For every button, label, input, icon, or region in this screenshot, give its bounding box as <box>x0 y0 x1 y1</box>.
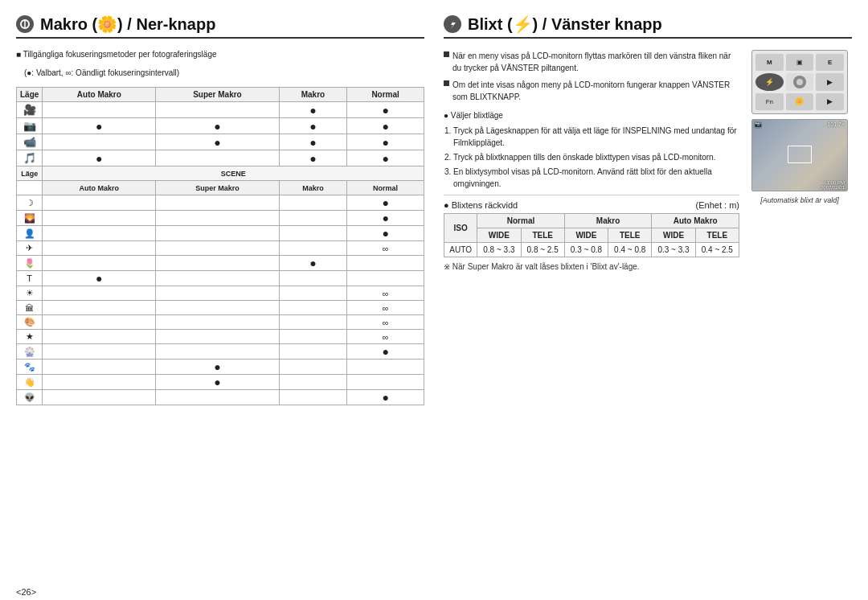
auto-makro-header: Auto Makro <box>652 214 739 228</box>
table-row: 👤 ● <box>17 226 424 241</box>
bullet-sq-1 <box>444 51 449 57</box>
table-row: ✈ ∞ <box>17 241 424 256</box>
bullets-area: När en meny visas på LCD-monitorn flytta… <box>444 50 739 190</box>
table-row: Auto Makro Super Makro Makro Normal <box>17 181 424 195</box>
wide3: WIDE <box>652 228 695 243</box>
table-row: 🏛 ∞ <box>17 301 424 315</box>
bullet1-text: När en meny visas på LCD-monitorn flytta… <box>452 50 739 74</box>
table-row: 📷 ● ● ● ● <box>17 118 424 134</box>
preview-focus-area <box>752 129 847 179</box>
table-row: 🎵 ● ● ● <box>17 150 424 166</box>
bullet2: Om det inte visas någon meny på LCD-moni… <box>444 79 739 103</box>
table-row: 🌄 ● <box>17 211 424 226</box>
preview-top-bar: 📷 101 7+ <box>752 120 847 129</box>
focus-table-1: Läge Auto Makro Super Makro Makro Normal… <box>16 87 424 405</box>
wide1: WIDE <box>477 228 521 243</box>
svg-marker-2 <box>451 19 456 29</box>
list-item-3: En blixtysymbol visas på LCD-monitorn. A… <box>453 166 739 190</box>
left-section: Makro (🌼) / Ner-knapp ■ Tillgängliga fok… <box>16 14 424 576</box>
page-number: <26> <box>0 584 868 600</box>
focus-box <box>788 146 812 163</box>
table-row: 👽 ● <box>17 390 424 405</box>
col-lage: Läge <box>17 88 43 102</box>
table-row: 🐾 ● <box>17 360 424 375</box>
note-text: ※ När Super Makro är valt låses blixten … <box>444 262 739 271</box>
camera-controls-panel: M ▣ E ⚡ ▶ Fn 🌼 ▶ <box>751 50 848 114</box>
table-row: ☀ ∞ <box>17 286 424 301</box>
table-row: 📹 ● ● ● <box>17 134 424 150</box>
camera-preview: 📷 101 7+ 01:00 PM 2007/02/01 <box>751 119 848 191</box>
table-row: 🎥 ● ● <box>17 102 424 118</box>
right-content: När en meny visas på LCD-monitorn flytta… <box>444 50 852 271</box>
list-item-1: Tryck på Lägesknappen för att välja ett … <box>453 125 739 149</box>
cam-center-group <box>786 73 814 90</box>
right-header: Blixt (⚡) / Vänster knapp <box>444 14 852 39</box>
wide2: WIDE <box>564 228 608 243</box>
table-row: 🌷 ● <box>17 256 424 271</box>
scene-header-row: Läge SCENE <box>17 166 424 181</box>
bullet2-text: Om det inte visas någon meny på LCD-moni… <box>452 79 739 103</box>
camera-image-area: M ▣ E ⚡ ▶ Fn 🌼 ▶ <box>747 50 852 271</box>
cam-m-btn: M <box>755 54 784 71</box>
flash-range-header: ● Blixtens räckvidd (Enhet : m) <box>444 200 739 210</box>
numbered-list: Tryck på Lägesknappen för att välja ett … <box>453 125 739 190</box>
table-row: T ● <box>17 271 424 286</box>
tele3: TELE <box>695 228 739 243</box>
bullet1: När en meny visas på LCD-monitorn flytta… <box>444 50 739 74</box>
right-text-area: När en meny visas på LCD-monitorn flytta… <box>444 50 739 271</box>
table-row: 🎡 ● <box>17 344 424 360</box>
flash-range-label: ● Blixtens räckvidd <box>444 200 518 210</box>
bullet-sq-2 <box>444 80 449 86</box>
table-row: ★ ∞ <box>17 330 424 344</box>
left-sub2: (●: Valbart, ∞: Oändligt fokuseringsinte… <box>24 68 424 77</box>
list-item-2: Tryck på blixtknappen tills den önskade … <box>453 151 739 163</box>
cam-right-btn: ▶ <box>816 73 844 90</box>
iso-auto: AUTO <box>444 243 477 257</box>
normal-header: Normal <box>477 214 565 228</box>
right-section: Blixt (⚡) / Vänster knapp När en meny vi… <box>444 14 852 576</box>
flash-data-row: AUTO 0.8 ~ 3.3 0.8 ~ 2.5 0.3 ~ 0.8 0.4 ~… <box>444 243 739 257</box>
cam-down-btn: 🌼 <box>786 93 814 110</box>
cam-flash-btn: ⚡ <box>755 73 784 90</box>
table-row: 🎨 ∞ <box>17 315 424 330</box>
right-title: Blixt (⚡) / Vänster knapp <box>468 14 662 34</box>
preview-overlay: 📷 101 7+ 01:00 PM 2007/02/01 <box>752 120 847 191</box>
preview-count: 101 7+ <box>827 121 845 128</box>
bullet3: ● Väljer blixtläge <box>444 109 739 121</box>
preview-bottom-bar: 01:00 PM 2007/02/01 <box>752 179 847 191</box>
left-header: Makro (🌼) / Ner-knapp <box>16 14 424 39</box>
iso-header: ISO <box>444 214 477 243</box>
flash-range-unit: (Enhet : m) <box>696 200 739 210</box>
cam-fn-btn: Fn <box>755 93 784 110</box>
camera-caption: [Automatisk blixt är vald] <box>760 196 839 204</box>
flash-bullet-icon <box>444 15 461 33</box>
col-auto-makro: Auto Makro <box>43 88 156 102</box>
tele2: TELE <box>608 228 652 243</box>
preview-date: 2007/02/01 <box>755 185 845 190</box>
table-row: 👋 ● <box>17 375 424 390</box>
col-super-makro: Super Makro <box>156 88 279 102</box>
cam-mid-top: ▣ <box>786 54 814 71</box>
table-row: ☽ ● <box>17 195 424 211</box>
cam-e-btn: E <box>816 54 844 71</box>
left-title: Makro (🌼) / Ner-knapp <box>40 14 215 34</box>
flash-range-table: ISO Normal Makro Auto Makro WIDE TELE WI… <box>444 213 739 257</box>
col-makro: Makro <box>279 88 347 102</box>
cam-play-btn: ▶ <box>816 93 844 110</box>
makro-header: Makro <box>564 214 652 228</box>
bullet3-text: ● Väljer blixtläge <box>444 111 503 120</box>
tele1: TELE <box>521 228 564 243</box>
col-normal: Normal <box>347 88 424 102</box>
macro-bullet-icon <box>16 15 34 33</box>
preview-mode-icon: 📷 <box>755 121 762 128</box>
left-sub1: ■ Tillgängliga fokuseringsmetoder per fo… <box>16 50 424 59</box>
